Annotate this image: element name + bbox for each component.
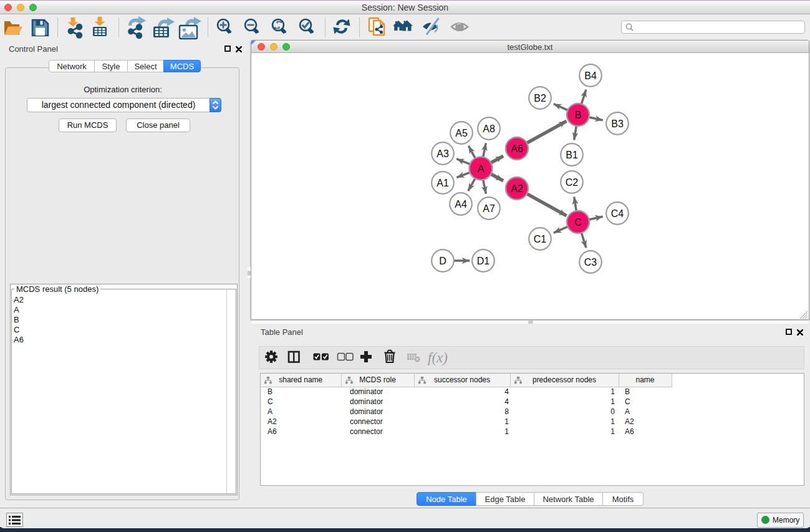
svg-text:f(x): f(x) <box>428 350 448 365</box>
svg-text:A7: A7 <box>483 203 495 214</box>
svg-text:C2: C2 <box>566 177 579 188</box>
svg-text:C4: C4 <box>611 208 624 219</box>
svg-text:B3: B3 <box>611 118 624 129</box>
svg-text:C3: C3 <box>584 257 597 268</box>
svg-text:D: D <box>439 256 446 266</box>
svg-text:D1: D1 <box>477 256 490 266</box>
svg-text:A1: A1 <box>436 178 449 188</box>
svg-text:B2: B2 <box>534 93 546 104</box>
svg-text:A: A <box>478 163 485 174</box>
svg-text:A4: A4 <box>455 199 467 210</box>
svg-text:A3: A3 <box>436 148 449 159</box>
svg-text:C: C <box>574 217 582 228</box>
svg-text:B1: B1 <box>566 150 578 160</box>
svg-text:A2: A2 <box>511 183 523 194</box>
svg-text:B4: B4 <box>584 70 597 81</box>
svg-text:A8: A8 <box>483 123 495 134</box>
svg-text:C1: C1 <box>534 234 547 244</box>
svg-text:A6: A6 <box>511 143 523 154</box>
svg-text:B: B <box>575 110 582 120</box>
svg-text:A5: A5 <box>455 128 468 138</box>
